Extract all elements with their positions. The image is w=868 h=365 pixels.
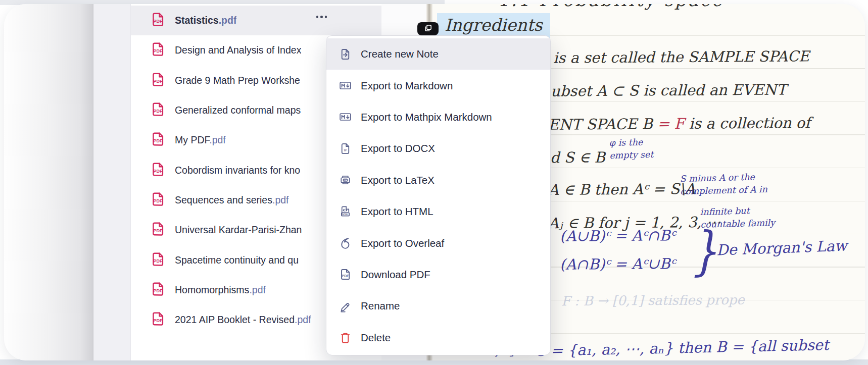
pdf-file-icon: PDF (150, 131, 166, 149)
page-edge-gradient (4, 4, 93, 360)
overleaf-icon (337, 236, 353, 251)
pdf-file-icon: PDF (150, 161, 166, 180)
handwritten-line: A ∈ B then Aᶜ = S\A (548, 180, 695, 198)
svg-text:PDF: PDF (153, 49, 163, 54)
file-name: 2021 AIP Booklet - Revised.pdf (175, 314, 311, 326)
file-name: Spacetime continuity and qu (175, 254, 299, 266)
file-name: Sequences and series.pdf (175, 194, 289, 206)
menu-item-export-latex[interactable]: ZIP Export to LaTeX (326, 165, 550, 196)
svg-text:PDF: PDF (153, 19, 163, 24)
menu-item-label: Export to LaTeX (361, 174, 435, 186)
file-name: Grade 9 Math Prep Workshe (175, 75, 300, 86)
menu-item-export-docx[interactable]: w Export to DOCX (326, 133, 550, 164)
menu-item-export-mathpix-markdown[interactable]: Export to Mathpix Markdown (326, 101, 550, 133)
demorgan-formula-2: (A∩B)ᶜ = Aᶜ∪Bᶜ (560, 255, 676, 273)
menu-item-create-new-note[interactable]: Create new Note (326, 38, 550, 70)
notes-heading: 1.1 Probability space (498, 4, 724, 10)
menu-item-export-markdown[interactable]: Export to Markdown (326, 70, 550, 101)
docx-file-icon: w (337, 141, 353, 156)
menu-item-download-pdf[interactable]: PDF Download PDF (326, 259, 550, 290)
menu-item-export-html[interactable]: HTML Export to HTML (326, 196, 550, 227)
app-window: PDF Statistics.pdf PDF Design and Analys… (4, 4, 865, 360)
context-menu: Create new Note Export to Markdown Expor… (326, 35, 551, 355)
file-name: Statistics.pdf (175, 15, 236, 26)
copy-snip-button[interactable] (417, 22, 439, 35)
svg-text:PDF: PDF (153, 229, 163, 234)
file-name: Cobordism invariants for kno (175, 165, 300, 176)
markdown-icon (337, 110, 353, 125)
ink-annotation: S minus A or thecomplement of A in (680, 171, 767, 198)
demorgan-brace: } (691, 220, 718, 282)
menu-item-label: Create new Note (361, 48, 439, 60)
pdf-file-icon: PDF (150, 221, 166, 239)
copy-icon (423, 23, 433, 35)
menu-item-label: Delete (361, 332, 391, 344)
html-file-icon: HTML (337, 204, 353, 219)
svg-text:PDF: PDF (153, 139, 163, 144)
handwritten-line: ubset A ⊂ S is called an EVENT (551, 81, 787, 99)
menu-item-export-overleaf[interactable]: Export to Overleaf (326, 227, 550, 258)
create-note-icon (337, 46, 353, 62)
pdf-file-icon: PDF (150, 251, 166, 270)
faint-washed-line: F : B → [0,1] satisfies prope (561, 292, 745, 309)
bottom-line: S = {a₁, a₂, ⋯, aₙ} then B = {all subset (536, 336, 829, 359)
pdf-file-icon: PDF (337, 267, 353, 282)
menu-item-label: Download PDF (361, 269, 430, 281)
svg-text:PDF: PDF (153, 169, 163, 174)
file-name: Design and Analysis of Index (175, 44, 301, 56)
file-row-statistics[interactable]: PDF Statistics.pdf (131, 6, 381, 35)
menu-item-rename[interactable]: Rename (326, 290, 550, 322)
pdf-file-icon: PDF (150, 71, 166, 90)
ink-annotation: φ is theempty set (609, 136, 653, 163)
trash-icon (337, 330, 353, 345)
svg-text:PDF: PDF (153, 288, 163, 293)
screenshot-stage: PDF Statistics.pdf PDF Design and Analys… (0, 0, 868, 365)
pdf-file-icon: PDF (150, 11, 166, 30)
svg-text:PDF: PDF (153, 198, 163, 203)
svg-text:w: w (344, 147, 347, 152)
pdf-file-icon: PDF (150, 310, 166, 329)
svg-text:PDF: PDF (153, 318, 163, 323)
menu-item-label: Export to Mathpix Markdown (361, 111, 492, 123)
svg-text:PDF: PDF (342, 274, 349, 278)
handwritten-line: is a set called the SAMPLE SPACE (553, 47, 809, 67)
file-name: Generalized conformal maps (175, 105, 301, 116)
menu-item-label: Export to Overleaf (361, 237, 444, 249)
sidebar-gap (93, 4, 130, 360)
handwritten-line: ENT SPACE B = F is a collection of (548, 114, 810, 133)
demorgan-formula-1: (A∪B)ᶜ = Aᶜ∩Bᶜ (560, 227, 676, 245)
file-name: My PDF.pdf (175, 134, 226, 146)
svg-text:PDF: PDF (153, 258, 163, 264)
svg-text:PDF: PDF (153, 109, 163, 114)
more-options-icon[interactable] (316, 16, 327, 18)
pencil-icon (337, 298, 353, 314)
demorgan-label: De Morgan's Law (716, 237, 847, 258)
file-name: Homomorphisms.pdf (175, 284, 266, 296)
file-name: Universal Kardar-Parisi-Zhan (175, 224, 302, 236)
menu-item-label: Export to DOCX (361, 142, 435, 154)
zip-archive-icon: ZIP (337, 173, 353, 188)
svg-text:PDF: PDF (153, 79, 163, 84)
menu-item-label: Rename (361, 300, 400, 312)
pdf-file-icon: PDF (150, 191, 166, 210)
highlighted-word: Ingredients (445, 15, 542, 35)
menu-item-delete[interactable]: Delete (326, 322, 550, 353)
pdf-file-icon: PDF (150, 41, 166, 60)
pdf-file-icon: PDF (150, 101, 166, 120)
svg-text:HTML: HTML (343, 214, 348, 216)
menu-item-label: Export to HTML (361, 205, 433, 218)
menu-item-label: Export to Markdown (361, 80, 453, 92)
markdown-icon (337, 78, 353, 93)
pdf-file-icon: PDF (150, 281, 166, 299)
svg-text:ZIP: ZIP (344, 179, 347, 181)
